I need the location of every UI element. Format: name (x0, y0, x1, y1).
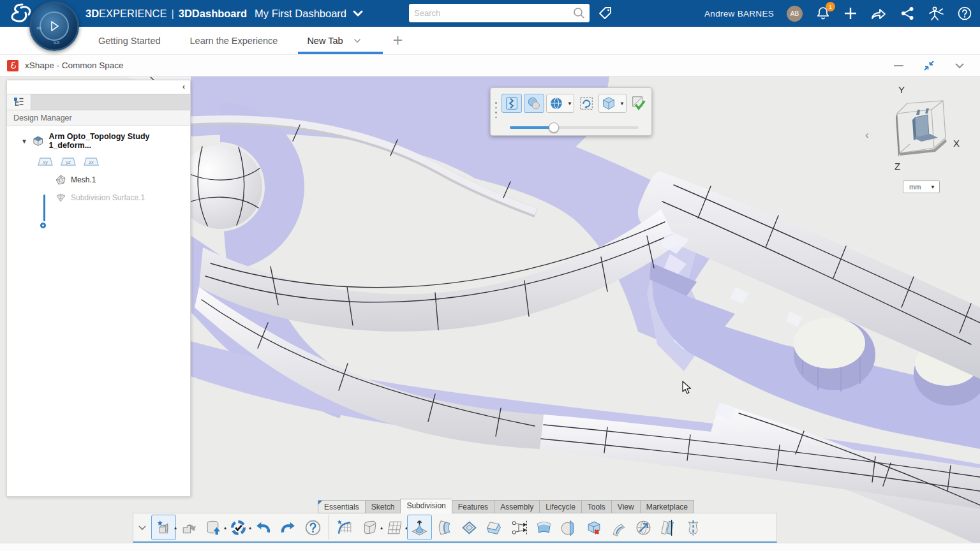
workbench-tab[interactable]: View (611, 500, 640, 513)
subdivision-slider[interactable] (510, 126, 639, 129)
share-network-button[interactable] (900, 6, 915, 21)
search-box[interactable] (409, 4, 590, 22)
viewcube-model (912, 108, 938, 142)
sync-check-button[interactable]: ▴ (226, 515, 251, 540)
symmetry-blob-icon (684, 518, 702, 537)
notifications-button[interactable]: 1 (815, 6, 831, 21)
panel-collapse-icon[interactable]: ‹ (182, 82, 185, 91)
drag-handle[interactable] (495, 102, 497, 118)
person-compass-icon (928, 6, 944, 21)
redo-button[interactable] (276, 515, 301, 540)
dashboard-name[interactable]: My First Dashboard (255, 8, 346, 20)
app-window-title: xShape - Common Space (25, 61, 124, 70)
extrude-face-button[interactable] (407, 515, 432, 540)
mouse-cursor (680, 381, 693, 395)
slider-thumb[interactable] (549, 122, 559, 133)
workbench-tab[interactable]: Assembly (494, 500, 539, 513)
globe-sphere-icon (548, 95, 565, 112)
tree-node-mesh[interactable]: Mesh.1 (7, 175, 190, 185)
slider-fill (510, 126, 554, 129)
parallel-surfaces-icon (659, 518, 678, 537)
workbench-tab[interactable]: Tools (581, 500, 611, 513)
delete-cube-button[interactable] (581, 515, 606, 540)
sweep-curve-button[interactable] (606, 515, 631, 540)
box-primitive-button[interactable]: ▴ (357, 515, 382, 540)
spheres-overlap-button[interactable] (524, 94, 544, 113)
grid-plane-button[interactable]: ▴ (382, 515, 407, 540)
tab-design-manager[interactable] (7, 94, 31, 110)
parallel-surfaces-button[interactable] (656, 515, 681, 540)
symmetry-blob-button[interactable] (681, 515, 706, 540)
undo-button[interactable] (251, 515, 276, 540)
search-input[interactable] (409, 8, 573, 18)
actionbar-collapse-icon[interactable] (136, 521, 149, 534)
workbench-tab[interactable]: Marketplace (640, 500, 694, 513)
share-button[interactable] (870, 6, 887, 21)
toolbar-separator (329, 515, 329, 540)
expander-icon[interactable]: ▼ (21, 138, 27, 145)
patch-surface-button[interactable] (531, 515, 556, 540)
help-button[interactable] (957, 6, 972, 21)
open-part-button[interactable] (176, 515, 201, 540)
chevron-down-icon[interactable] (353, 10, 363, 17)
collaboration-button[interactable] (928, 6, 944, 21)
add-content-button[interactable] (843, 6, 858, 20)
new-part-button[interactable]: ▴ (151, 515, 176, 540)
viewcube-chevron-icon[interactable]: ‹ (865, 129, 869, 142)
avatar[interactable]: AB (787, 6, 803, 22)
curve-network-button[interactable] (507, 515, 531, 540)
workbench-tab[interactable]: Subdivision (400, 499, 451, 513)
workbench-tab[interactable]: Sketch (365, 500, 401, 513)
xshape-app-icon (7, 60, 19, 71)
part-cube-icon (33, 136, 43, 147)
3d-viewport[interactable]: ‹ Design Manager ▼ Arm Opto_Topology (0, 77, 980, 551)
workbench-tab[interactable]: Lifecycle (539, 500, 581, 513)
plane-icon[interactable]: zx (84, 156, 99, 167)
tree-node-subdivision-surface[interactable]: Subdivision Surface.1 (7, 193, 190, 203)
dashboard-tab[interactable]: Getting Started (98, 27, 161, 54)
plane-icon[interactable]: yz (61, 156, 76, 167)
rotate-selection-button[interactable] (576, 94, 597, 113)
dashboard-tab[interactable]: Learn the Experience (190, 27, 278, 54)
floating-context-toolbar: ▼▼ (490, 87, 652, 136)
sketch-grid-button[interactable] (332, 515, 357, 540)
action-bar: ▴▴▴▴▴ (133, 513, 777, 543)
tree-root-item[interactable]: ▼ Arm Opto_Topology Study 1_deform... (7, 132, 190, 150)
frame-offset-button[interactable] (457, 515, 482, 540)
3dcompass-button[interactable]: 3D V.R (29, 1, 79, 51)
globe-arrow-icon (634, 518, 653, 537)
dashboard-tab-row: Getting Started Learn the Experience New… (0, 27, 980, 55)
rotate-selection-icon (578, 95, 595, 112)
insert-indicator-handle[interactable] (40, 223, 46, 228)
validate-check-icon (630, 95, 647, 112)
tab-chevron-icon[interactable] (353, 38, 361, 43)
help-button[interactable] (301, 515, 325, 540)
svg-text:yz: yz (65, 159, 71, 165)
shear-face-button[interactable] (482, 515, 507, 540)
units-dropdown[interactable]: mm ▼ (903, 180, 940, 193)
add-tab-button[interactable]: + (393, 31, 403, 50)
dropdown-arrow-icon[interactable]: ▼ (620, 101, 625, 107)
dashboard-tabs: Getting Started Learn the Experience New… (98, 27, 390, 54)
exit-fullscreen-icon[interactable] (923, 59, 935, 72)
search-icon[interactable] (573, 7, 585, 19)
sphere-split-button[interactable] (556, 515, 581, 540)
collapse-window-icon[interactable] (954, 62, 965, 69)
workbench-tab[interactable]: Essentials (318, 500, 365, 513)
plane-icon[interactable]: xy (38, 156, 53, 167)
bend-surface-button[interactable] (432, 515, 457, 540)
globe-arrow-button[interactable] (631, 515, 656, 540)
workbench-tab[interactable]: Features (452, 500, 494, 513)
dashboard-tab[interactable]: New Tab (307, 27, 360, 54)
minimize-icon[interactable] (894, 65, 903, 66)
globe-sphere-button[interactable]: ▼ (546, 94, 574, 113)
save-db-button[interactable]: ▴ (201, 515, 226, 540)
match-zipper-button[interactable] (501, 94, 522, 113)
dropdown-arrow-icon[interactable]: ▼ (567, 101, 572, 107)
cube-view-button[interactable]: ▼ (598, 94, 627, 113)
validate-check-button[interactable] (628, 94, 649, 113)
tag-icon[interactable] (597, 5, 614, 22)
user-name[interactable]: Andrew BARNES (704, 9, 774, 18)
subdivision-surface-icon (56, 193, 66, 203)
viewcube-wireframe[interactable] (891, 96, 954, 166)
